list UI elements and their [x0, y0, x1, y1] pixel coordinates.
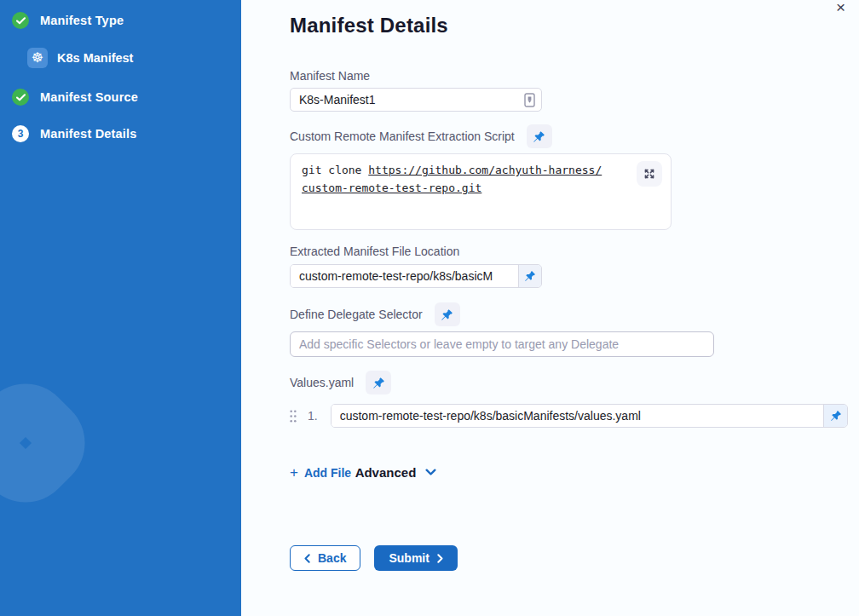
- manifest-name-label: Manifest Name: [290, 69, 859, 83]
- wizard-sidebar: Manifest Type ☸ K8s Manifest Manifest So…: [0, 0, 241, 616]
- drag-handle-icon[interactable]: [290, 410, 297, 423]
- file-location-group: [290, 264, 542, 288]
- check-circle-icon: [12, 12, 29, 29]
- harness-logo-watermark: [0, 484, 2, 616]
- runtime-input-pin-button[interactable]: [435, 302, 460, 326]
- add-file-button[interactable]: + Add File: [290, 465, 351, 480]
- delegate-selector-label: Define Delegate Selector: [290, 308, 423, 321]
- page-title: Manifest Details: [290, 14, 859, 37]
- values-file-row: 1.: [290, 404, 848, 428]
- manifest-details-panel: × Manifest Details Manifest Name Custom …: [241, 0, 859, 616]
- step-manifest-type[interactable]: Manifest Type: [12, 12, 229, 29]
- values-file-input[interactable]: [331, 405, 823, 427]
- values-file-group: [331, 404, 848, 428]
- runtime-input-pin-button[interactable]: [366, 371, 391, 394]
- wizard-actions: Back Submit: [290, 545, 859, 571]
- form-content: Manifest Details Manifest Name Custom Re…: [241, 0, 859, 571]
- k8s-manifest-label: K8s Manifest: [57, 51, 133, 65]
- chevron-down-icon: [425, 469, 436, 476]
- values-label-row: Values.yaml: [290, 371, 859, 394]
- kubernetes-icon: ☸: [27, 48, 48, 68]
- editable-text-icon: [524, 93, 535, 107]
- script-label-row: Custom Remote Manifest Extraction Script: [290, 124, 859, 148]
- plus-icon: +: [290, 465, 298, 480]
- harness-logo-watermark: [0, 365, 104, 521]
- chevron-right-icon: [437, 554, 443, 563]
- add-file-label: Add File: [304, 466, 351, 480]
- back-button[interactable]: Back: [290, 545, 360, 571]
- script-url-text: custom-remote-test-repo.git: [302, 181, 481, 194]
- manifest-name-wrap: [290, 88, 542, 112]
- advanced-toggle[interactable]: Advanced: [355, 465, 437, 480]
- back-button-label: Back: [318, 551, 346, 565]
- submit-button-label: Submit: [389, 551, 429, 565]
- runtime-input-pin-button[interactable]: [823, 405, 847, 427]
- step-manifest-details[interactable]: 3 Manifest Details: [12, 125, 229, 142]
- step-number-badge: 3: [12, 125, 29, 142]
- manifest-name-input[interactable]: [290, 88, 542, 112]
- step-manifest-source[interactable]: Manifest Source: [12, 89, 229, 106]
- runtime-input-pin-button[interactable]: [518, 265, 541, 287]
- runtime-input-pin-button[interactable]: [527, 124, 552, 148]
- delegate-label-row: Define Delegate Selector: [290, 302, 859, 326]
- sidebar-item-k8s-manifest[interactable]: ☸ K8s Manifest: [27, 48, 229, 68]
- file-location-input[interactable]: [291, 265, 518, 287]
- step-label: Manifest Source: [40, 90, 138, 104]
- script-command-text: git clone: [302, 164, 368, 176]
- script-url-text: https://github.com/achyuth-harness/: [368, 164, 602, 176]
- chevron-left-icon: [304, 554, 310, 563]
- advanced-label: Advanced: [355, 465, 417, 480]
- file-row-index: 1.: [308, 409, 318, 423]
- step-label: Manifest Details: [40, 127, 137, 141]
- extraction-script-editor[interactable]: git clone https://github.com/achyuth-har…: [290, 153, 672, 230]
- script-label: Custom Remote Manifest Extraction Script: [290, 130, 515, 143]
- wizard-steps: Manifest Type ☸ K8s Manifest Manifest So…: [0, 0, 241, 142]
- step-label: Manifest Type: [40, 14, 124, 27]
- expand-editor-button[interactable]: [637, 161, 662, 187]
- submit-button[interactable]: Submit: [374, 545, 457, 571]
- delegate-selector-input[interactable]: [290, 331, 714, 357]
- file-location-label: Extracted Manifest File Location: [290, 245, 859, 258]
- check-circle-icon: [12, 89, 29, 106]
- close-icon[interactable]: ×: [836, 0, 845, 18]
- values-yaml-label: Values.yaml: [290, 376, 354, 389]
